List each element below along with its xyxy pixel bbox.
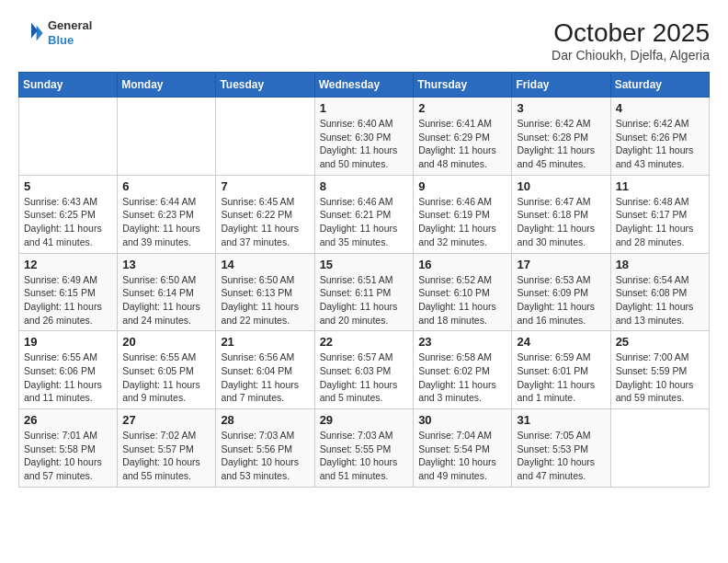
day-number: 19: [24, 335, 112, 349]
calendar-cell: 23Sunrise: 6:58 AMSunset: 6:02 PMDayligh…: [414, 331, 512, 409]
day-detail: Sunrise: 7:03 AMSunset: 5:56 PMDaylight:…: [221, 429, 309, 483]
day-number: 14: [221, 258, 309, 271]
weekday-header-wednesday: Wednesday: [314, 73, 414, 98]
calendar-cell: 28Sunrise: 7:03 AMSunset: 5:56 PMDayligh…: [216, 409, 314, 488]
calendar-cell: 26Sunrise: 7:01 AMSunset: 5:58 PMDayligh…: [19, 409, 118, 488]
calendar-cell: 10Sunrise: 6:47 AMSunset: 6:18 PMDayligh…: [512, 175, 610, 253]
day-number: 4: [616, 101, 704, 115]
calendar-cell: 6Sunrise: 6:44 AMSunset: 6:23 PMDaylight…: [118, 175, 216, 253]
weekday-header-thursday: Thursday: [414, 73, 512, 98]
day-number: 31: [517, 413, 605, 427]
day-number: 29: [320, 413, 409, 427]
calendar-cell: 3Sunrise: 6:42 AMSunset: 6:28 PMDaylight…: [512, 98, 610, 176]
calendar-cell: [610, 409, 709, 488]
day-detail: Sunrise: 6:46 AMSunset: 6:21 PMDaylight:…: [320, 195, 409, 249]
day-number: 2: [418, 101, 506, 115]
logo-text: General Blue: [48, 18, 92, 47]
calendar-cell: 27Sunrise: 7:02 AMSunset: 5:57 PMDayligh…: [118, 409, 216, 488]
day-number: 3: [517, 101, 605, 115]
day-detail: Sunrise: 7:00 AMSunset: 5:59 PMDaylight:…: [616, 350, 704, 405]
calendar-cell: 19Sunrise: 6:55 AMSunset: 6:06 PMDayligh…: [19, 331, 118, 409]
day-detail: Sunrise: 6:51 AMSunset: 6:11 PMDaylight:…: [320, 273, 409, 327]
day-number: 21: [221, 335, 309, 349]
week-row-1: 5Sunrise: 6:43 AMSunset: 6:25 PMDaylight…: [19, 175, 710, 253]
logo: General Blue: [18, 18, 92, 47]
day-detail: Sunrise: 6:55 AMSunset: 6:05 PMDaylight:…: [122, 350, 210, 405]
calendar-title: October 2025: [552, 18, 710, 48]
weekday-header-friday: Friday: [512, 73, 610, 98]
day-number: 30: [418, 413, 506, 427]
day-number: 13: [122, 258, 210, 271]
weekday-header-sunday: Sunday: [19, 73, 118, 98]
calendar-cell: 29Sunrise: 7:03 AMSunset: 5:55 PMDayligh…: [314, 409, 414, 488]
calendar-table: SundayMondayTuesdayWednesdayThursdayFrid…: [18, 72, 710, 488]
day-detail: Sunrise: 6:42 AMSunset: 6:26 PMDaylight:…: [616, 117, 704, 171]
calendar-cell: 20Sunrise: 6:55 AMSunset: 6:05 PMDayligh…: [118, 331, 216, 409]
calendar-cell: 11Sunrise: 6:48 AMSunset: 6:17 PMDayligh…: [610, 175, 709, 253]
calendar-cell: 8Sunrise: 6:46 AMSunset: 6:21 PMDaylight…: [314, 175, 414, 253]
calendar-cell: 22Sunrise: 6:57 AMSunset: 6:03 PMDayligh…: [314, 331, 414, 409]
calendar-cell: [216, 98, 314, 176]
day-detail: Sunrise: 6:44 AMSunset: 6:23 PMDaylight:…: [122, 195, 210, 249]
day-detail: Sunrise: 6:50 AMSunset: 6:13 PMDaylight:…: [221, 273, 309, 327]
day-number: 15: [320, 258, 409, 271]
day-number: 11: [616, 179, 704, 193]
day-detail: Sunrise: 6:58 AMSunset: 6:02 PMDaylight:…: [418, 350, 506, 405]
day-number: 28: [221, 413, 309, 427]
day-number: 5: [24, 179, 112, 193]
day-detail: Sunrise: 6:57 AMSunset: 6:03 PMDaylight:…: [320, 350, 409, 405]
calendar-cell: [19, 98, 118, 176]
calendar-cell: 30Sunrise: 7:04 AMSunset: 5:54 PMDayligh…: [414, 409, 512, 488]
day-number: 9: [418, 179, 506, 193]
logo-icon: [18, 20, 44, 46]
calendar-cell: 25Sunrise: 7:00 AMSunset: 5:59 PMDayligh…: [610, 331, 709, 409]
day-number: 10: [517, 179, 605, 193]
calendar-subtitle: Dar Chioukh, Djelfa, Algeria: [552, 48, 710, 63]
day-detail: Sunrise: 6:45 AMSunset: 6:22 PMDaylight:…: [221, 195, 309, 249]
day-number: 24: [517, 335, 605, 349]
day-number: 12: [24, 258, 112, 271]
day-detail: Sunrise: 6:49 AMSunset: 6:15 PMDaylight:…: [24, 273, 112, 327]
day-detail: Sunrise: 6:55 AMSunset: 6:06 PMDaylight:…: [24, 350, 112, 405]
day-number: 26: [24, 413, 112, 427]
day-detail: Sunrise: 7:04 AMSunset: 5:54 PMDaylight:…: [418, 429, 506, 483]
day-detail: Sunrise: 7:05 AMSunset: 5:53 PMDaylight:…: [517, 429, 605, 483]
week-row-0: 1Sunrise: 6:40 AMSunset: 6:30 PMDaylight…: [19, 98, 710, 176]
day-number: 6: [122, 179, 210, 193]
svg-marker-0: [37, 25, 43, 40]
day-number: 23: [418, 335, 506, 349]
calendar-cell: 17Sunrise: 6:53 AMSunset: 6:09 PMDayligh…: [512, 253, 610, 331]
day-detail: Sunrise: 6:56 AMSunset: 6:04 PMDaylight:…: [221, 350, 309, 405]
day-detail: Sunrise: 7:03 AMSunset: 5:55 PMDaylight:…: [320, 429, 409, 483]
calendar-cell: 9Sunrise: 6:46 AMSunset: 6:19 PMDaylight…: [414, 175, 512, 253]
page-header: General Blue October 2025 Dar Chioukh, D…: [18, 18, 710, 63]
day-number: 7: [221, 179, 309, 193]
calendar-cell: 31Sunrise: 7:05 AMSunset: 5:53 PMDayligh…: [512, 409, 610, 488]
day-number: 27: [122, 413, 210, 427]
weekday-header-saturday: Saturday: [610, 73, 709, 98]
day-detail: Sunrise: 6:54 AMSunset: 6:08 PMDaylight:…: [616, 273, 704, 327]
calendar-cell: 7Sunrise: 6:45 AMSunset: 6:22 PMDaylight…: [216, 175, 314, 253]
day-number: 20: [122, 335, 210, 349]
day-number: 16: [418, 258, 506, 271]
calendar-cell: 5Sunrise: 6:43 AMSunset: 6:25 PMDaylight…: [19, 175, 118, 253]
day-detail: Sunrise: 6:43 AMSunset: 6:25 PMDaylight:…: [24, 195, 112, 249]
calendar-cell: 1Sunrise: 6:40 AMSunset: 6:30 PMDaylight…: [314, 98, 414, 176]
day-detail: Sunrise: 6:40 AMSunset: 6:30 PMDaylight:…: [320, 117, 409, 171]
calendar-body: 1Sunrise: 6:40 AMSunset: 6:30 PMDaylight…: [19, 98, 710, 488]
calendar-cell: [118, 98, 216, 176]
day-detail: Sunrise: 6:42 AMSunset: 6:28 PMDaylight:…: [517, 117, 605, 171]
calendar-cell: 18Sunrise: 6:54 AMSunset: 6:08 PMDayligh…: [610, 253, 709, 331]
calendar-cell: 12Sunrise: 6:49 AMSunset: 6:15 PMDayligh…: [19, 253, 118, 331]
calendar-cell: 16Sunrise: 6:52 AMSunset: 6:10 PMDayligh…: [414, 253, 512, 331]
week-row-4: 26Sunrise: 7:01 AMSunset: 5:58 PMDayligh…: [19, 409, 710, 488]
day-number: 18: [616, 258, 704, 271]
day-detail: Sunrise: 6:46 AMSunset: 6:19 PMDaylight:…: [418, 195, 506, 249]
calendar-cell: 4Sunrise: 6:42 AMSunset: 6:26 PMDaylight…: [610, 98, 709, 176]
weekday-header-tuesday: Tuesday: [216, 73, 314, 98]
weekday-header-monday: Monday: [118, 73, 216, 98]
day-number: 17: [517, 258, 605, 271]
day-number: 22: [320, 335, 409, 349]
day-detail: Sunrise: 6:41 AMSunset: 6:29 PMDaylight:…: [418, 117, 506, 171]
calendar-header: SundayMondayTuesdayWednesdayThursdayFrid…: [19, 73, 710, 98]
